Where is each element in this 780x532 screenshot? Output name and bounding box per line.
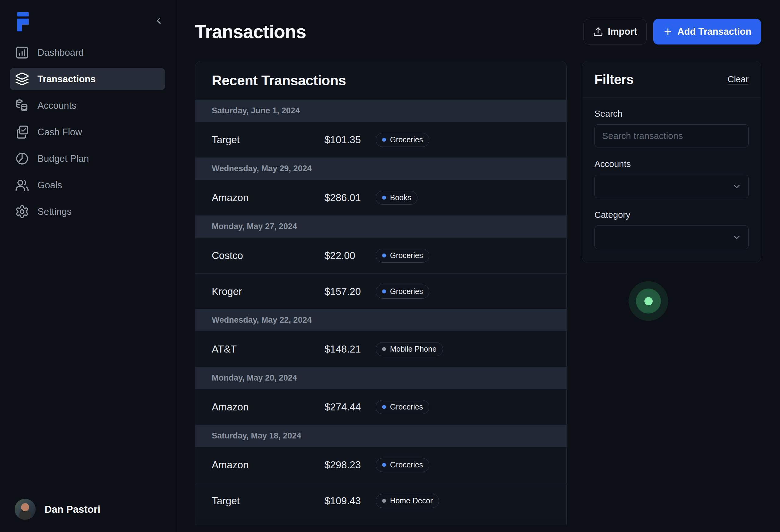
user-name: Dan Pastori bbox=[45, 504, 100, 515]
transaction-row[interactable]: Target $101.35 Groceries bbox=[195, 122, 567, 157]
date-header-label: Wednesday, May 22, 2024 bbox=[212, 316, 312, 325]
coins-icon bbox=[15, 98, 29, 113]
category-badge: Books bbox=[376, 191, 418, 205]
chevron-down-icon bbox=[732, 233, 742, 242]
search-input[interactable] bbox=[594, 124, 748, 147]
add-transaction-button[interactable]: Add Transaction bbox=[653, 19, 761, 45]
merchant-name: Costco bbox=[212, 250, 325, 261]
category-badge: Groceries bbox=[376, 133, 429, 147]
plus-icon bbox=[663, 27, 673, 37]
transaction-group: Wednesday, May 22, 2024 AT&T $148.21 Mob… bbox=[195, 309, 567, 367]
chevron-down-icon bbox=[732, 182, 742, 191]
user-profile[interactable]: Dan Pastori bbox=[0, 490, 176, 532]
header-actions: Import Add Transaction bbox=[583, 19, 761, 45]
category-badge: Groceries bbox=[376, 458, 429, 472]
merchant-name: Kroger bbox=[212, 286, 325, 297]
date-header: Wednesday, May 29, 2024 bbox=[195, 157, 567, 180]
category-dot-icon bbox=[382, 289, 386, 293]
import-button-label: Import bbox=[608, 26, 637, 37]
transaction-row[interactable]: Amazon $274.44 Groceries bbox=[195, 389, 567, 425]
date-header: Monday, May 20, 2024 bbox=[195, 367, 567, 389]
transaction-group-rows: Target $101.35 Groceries bbox=[195, 122, 567, 157]
transaction-row[interactable]: AT&T $148.21 Mobile Phone bbox=[195, 331, 567, 367]
category-label: Category bbox=[594, 210, 748, 220]
page-header: Transactions Import Add Transaction bbox=[195, 0, 761, 45]
pulse-beacon-widget[interactable] bbox=[629, 281, 668, 321]
chevron-left-icon bbox=[153, 15, 164, 26]
date-header-label: Monday, May 20, 2024 bbox=[212, 373, 297, 383]
category-badge-label: Groceries bbox=[390, 402, 423, 412]
merchant-name: AT&T bbox=[212, 343, 325, 355]
sidebar-item-budget-plan[interactable]: Budget Plan bbox=[10, 147, 165, 170]
avatar bbox=[15, 499, 36, 520]
filters-header: Filters Clear bbox=[582, 61, 761, 98]
sidebar-item-label: Budget Plan bbox=[38, 153, 89, 164]
category-badge-label: Groceries bbox=[390, 461, 423, 469]
merchant-name: Target bbox=[212, 134, 325, 146]
search-filter-group: Search bbox=[594, 109, 748, 147]
merchant-name: Amazon bbox=[212, 401, 325, 413]
sidebar-item-label: Cash Flow bbox=[38, 127, 82, 138]
sidebar-item-label: Settings bbox=[38, 206, 71, 217]
transaction-amount: $101.35 bbox=[325, 134, 376, 146]
category-badge-label: Mobile Phone bbox=[390, 345, 437, 353]
sidebar-item-settings[interactable]: Settings bbox=[10, 200, 165, 223]
transaction-group: Wednesday, May 29, 2024 Amazon $286.01 B… bbox=[195, 157, 567, 215]
category-badge: Home Decor bbox=[376, 494, 439, 508]
date-header-label: Monday, May 27, 2024 bbox=[212, 222, 297, 231]
sidebar-header bbox=[0, 0, 176, 32]
sidebar-item-dashboard[interactable]: Dashboard bbox=[10, 41, 165, 64]
transaction-group: Saturday, May 18, 2024 Amazon $298.23 Gr… bbox=[195, 425, 567, 518]
category-badge: Groceries bbox=[376, 400, 429, 414]
sidebar-collapse-button[interactable] bbox=[153, 15, 164, 26]
transaction-row[interactable]: Target $109.43 Home Decor bbox=[195, 483, 567, 518]
card-title: Recent Transactions bbox=[195, 61, 567, 100]
merchant-name: Amazon bbox=[212, 192, 325, 203]
transaction-row[interactable]: Amazon $286.01 Books bbox=[195, 180, 567, 215]
transaction-group: Saturday, June 1, 2024 Target $101.35 Gr… bbox=[195, 100, 567, 157]
category-badge-label: Groceries bbox=[390, 135, 423, 144]
transaction-group-rows: Amazon $298.23 Groceries Target $109.43 … bbox=[195, 447, 567, 518]
transaction-group: Monday, May 27, 2024 Costco $22.00 Groce… bbox=[195, 215, 567, 309]
page-title: Transactions bbox=[195, 21, 306, 42]
main-content: Transactions Import Add Transaction Rece bbox=[176, 0, 780, 532]
category-badge: Mobile Phone bbox=[376, 342, 443, 356]
accounts-select[interactable] bbox=[594, 175, 748, 198]
sidebar-item-transactions[interactable]: Transactions bbox=[10, 68, 165, 90]
add-transaction-button-label: Add Transaction bbox=[677, 26, 751, 37]
transaction-group-rows: Amazon $274.44 Groceries bbox=[195, 389, 567, 425]
app-logo-icon bbox=[16, 11, 31, 32]
bar-chart-icon bbox=[15, 45, 29, 60]
date-header: Monday, May 27, 2024 bbox=[195, 215, 567, 238]
date-header-label: Saturday, June 1, 2024 bbox=[212, 106, 300, 115]
category-filter-group: Category bbox=[594, 210, 748, 249]
sidebar-item-label: Dashboard bbox=[38, 47, 84, 58]
sidebar-item-label: Transactions bbox=[38, 74, 96, 85]
sidebar-item-accounts[interactable]: Accounts bbox=[10, 94, 165, 117]
transaction-row[interactable]: Amazon $298.23 Groceries bbox=[195, 447, 567, 483]
content-area: Recent Transactions Saturday, June 1, 20… bbox=[195, 61, 761, 525]
clear-filters-link[interactable]: Clear bbox=[728, 75, 748, 84]
category-badge: Groceries bbox=[376, 249, 429, 263]
merchant-name: Amazon bbox=[212, 459, 325, 471]
transaction-list: Saturday, June 1, 2024 Target $101.35 Gr… bbox=[195, 100, 567, 518]
category-badge-label: Home Decor bbox=[390, 496, 433, 505]
category-dot-icon bbox=[382, 347, 386, 351]
date-header: Wednesday, May 22, 2024 bbox=[195, 309, 567, 331]
import-button[interactable]: Import bbox=[583, 19, 646, 45]
pie-chart-icon bbox=[15, 151, 29, 166]
transaction-row[interactable]: Costco $22.00 Groceries bbox=[195, 238, 567, 273]
recent-transactions-card: Recent Transactions Saturday, June 1, 20… bbox=[195, 61, 567, 525]
copy-check-icon bbox=[15, 125, 29, 139]
transaction-amount: $22.00 bbox=[325, 250, 376, 261]
date-header-label: Wednesday, May 29, 2024 bbox=[212, 164, 312, 174]
pulse-ring bbox=[636, 289, 661, 313]
category-select[interactable] bbox=[594, 226, 748, 249]
sidebar-item-cash-flow[interactable]: Cash Flow bbox=[10, 121, 165, 143]
category-badge-label: Groceries bbox=[390, 287, 423, 296]
sidebar-item-goals[interactable]: Goals bbox=[10, 174, 165, 196]
filters-title: Filters bbox=[594, 72, 634, 87]
users-icon bbox=[15, 178, 29, 192]
transaction-amount: $157.20 bbox=[325, 286, 376, 297]
transaction-row[interactable]: Kroger $157.20 Groceries bbox=[195, 273, 567, 309]
